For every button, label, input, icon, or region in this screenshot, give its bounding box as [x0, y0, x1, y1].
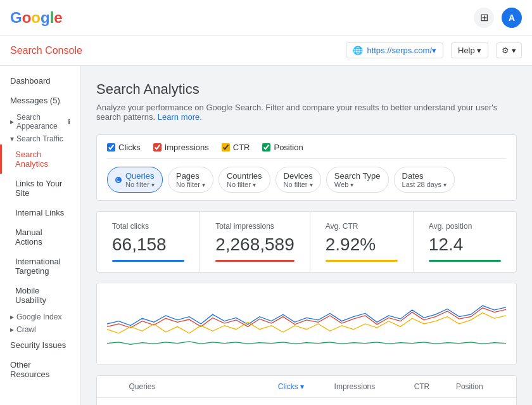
stat-position-bar: [429, 260, 501, 262]
dimension-tabs: Queries No filter ▾ Pages No filter ▾ Co…: [107, 167, 506, 193]
header-right: 🌐 https://serps.com/ ▾ Help ▾ ⚙ ▾: [346, 42, 522, 58]
stat-ctr-value: 2.92%: [326, 235, 398, 255]
th-impressions[interactable]: Impressions: [312, 376, 383, 398]
top-right-icons: ⊞ A: [474, 8, 522, 28]
th-queries[interactable]: Queries: [121, 376, 259, 398]
th-ctr[interactable]: CTR: [383, 376, 437, 398]
page-subtitle: Analyze your performance on Google Searc…: [96, 103, 517, 122]
sidebar-item-manual-actions[interactable]: Manual Actions: [0, 222, 80, 252]
table-body: 1 serps ↗ 2,674 8,388 31.88% 2.4 >> 2 se…: [97, 398, 516, 406]
radio-dot: [115, 177, 122, 183]
dim-tab-dates[interactable]: Dates Last 28 days ▾: [394, 167, 455, 193]
app-title: Search Console: [10, 45, 82, 56]
dim-filter-queries: No filter ▾: [125, 181, 155, 188]
dim-label-searchtype: Search Type: [334, 171, 381, 181]
stat-ctr: Avg. CTR 2.92%: [310, 212, 414, 272]
stat-clicks-value: 66,158: [112, 235, 184, 255]
sidebar-item-internal-links[interactable]: Internal Links: [0, 203, 80, 222]
table-header-row: Queries Clicks ▾ Impressions CTR Positio…: [97, 376, 516, 398]
globe-icon: 🌐: [353, 46, 363, 55]
dim-filter-pages: No filter ▾: [176, 181, 205, 188]
learn-more-link[interactable]: Learn more.: [158, 112, 202, 122]
page-title: Search Analytics: [96, 81, 517, 98]
row-nav[interactable]: >>: [491, 398, 516, 406]
dim-tab-pages[interactable]: Pages No filter ▾: [168, 167, 213, 193]
google-logo: Google: [10, 9, 63, 27]
url-selector[interactable]: 🌐 https://serps.com/ ▾: [346, 42, 443, 58]
caret-icon: ▸: [10, 117, 14, 126]
dim-label-queries: Queries: [125, 171, 155, 181]
stat-ctr-bar: [326, 260, 398, 262]
sidebar-item-mobile[interactable]: Mobile Usability: [0, 281, 80, 310]
sidebar-item-other[interactable]: Other Resources: [0, 355, 80, 384]
dim-tab-searchtype[interactable]: Search Type Web ▾: [326, 167, 389, 193]
main-content: Search Analytics Analyze your performanc…: [81, 66, 532, 405]
line-chart: [107, 293, 506, 354]
url-text: https://serps.com/: [367, 46, 432, 55]
th-num: [97, 376, 121, 398]
stat-clicks-bar: [112, 260, 184, 262]
filter-bar: Clicks Impressions CTR Position Queries: [96, 134, 517, 201]
stat-impressions-bar: [215, 260, 294, 262]
settings-icon: ⚙: [502, 46, 509, 55]
data-table: Queries Clicks ▾ Impressions CTR Positio…: [97, 376, 516, 405]
th-position[interactable]: Position: [437, 376, 490, 398]
stat-impressions: Total impressions 2,268,589: [200, 212, 310, 272]
checkbox-clicks[interactable]: Clicks: [107, 143, 141, 152]
settings-button[interactable]: ⚙ ▾: [496, 42, 522, 58]
th-nav: [491, 376, 516, 398]
checkbox-position[interactable]: Position: [262, 143, 303, 152]
dim-tab-devices[interactable]: Devices No filter ▾: [276, 167, 321, 193]
sidebar-item-dashboard[interactable]: Dashboard: [0, 71, 80, 91]
row-impressions: 8,388: [312, 398, 383, 406]
checkbox-impressions[interactable]: Impressions: [153, 143, 209, 152]
sidebar-item-security[interactable]: Security Issues: [0, 335, 80, 355]
top-bar: Google ⊞ A: [0, 0, 532, 35]
checkbox-ctr[interactable]: CTR: [222, 143, 250, 152]
sidebar-item-international[interactable]: International Targeting: [0, 252, 80, 281]
sidebar-item-messages[interactable]: Messages (5): [0, 91, 80, 110]
logo-g: G: [10, 9, 22, 27]
checkboxes-row: Clicks Impressions CTR Position: [107, 143, 506, 159]
sidebar-section-search-traffic[interactable]: ▾ Search Traffic: [0, 132, 80, 145]
dim-label-countries: Countries: [227, 171, 262, 181]
sidebar: Dashboard Messages (5) ▸ Search Appearan…: [0, 66, 81, 405]
sidebar-section-crawl[interactable]: ▸ Crawl: [0, 323, 80, 335]
stat-position-label: Avg. position: [429, 222, 501, 231]
avatar[interactable]: A: [502, 8, 522, 28]
sidebar-section-search-appearance[interactable]: ▸ Search Appearance ℹ: [0, 110, 80, 132]
stat-ctr-label: Avg. CTR: [326, 222, 398, 231]
dim-filter-countries: No filter ▾: [227, 181, 262, 188]
layout: Dashboard Messages (5) ▸ Search Appearan…: [0, 66, 532, 405]
stat-clicks: Total clicks 66,158: [97, 212, 200, 272]
dim-tab-countries[interactable]: Countries No filter ▾: [218, 167, 270, 193]
dim-label-devices: Devices: [284, 171, 313, 181]
sidebar-item-links[interactable]: Links to Your Site: [0, 174, 80, 203]
help-button[interactable]: Help ▾: [451, 42, 488, 58]
dim-label-pages: Pages: [176, 171, 200, 181]
apps-icon[interactable]: ⊞: [474, 8, 494, 28]
row-num: 1: [97, 398, 121, 406]
dim-tab-queries[interactable]: Queries No filter ▾: [107, 167, 163, 193]
data-table-container: Queries Clicks ▾ Impressions CTR Positio…: [96, 375, 517, 405]
table-row: 1 serps ↗ 2,674 8,388 31.88% 2.4 >>: [97, 398, 516, 406]
caret-right-icon-2: ▸: [10, 325, 14, 334]
caret-right-icon: ▸: [10, 312, 14, 321]
stats-row: Total clicks 66,158 Total impressions 2,…: [96, 211, 517, 273]
dim-filter-devices: No filter ▾: [284, 181, 313, 188]
caret-down-icon: ▾: [10, 134, 14, 143]
app-header: Search Console 🌐 https://serps.com/ ▾ He…: [0, 35, 532, 66]
stat-position: Avg. position 12.4: [414, 212, 516, 272]
stat-impressions-value: 2,268,589: [215, 235, 294, 255]
row-ctr: 31.88%: [383, 398, 437, 406]
dim-label-dates: Dates: [402, 171, 424, 181]
th-clicks[interactable]: Clicks ▾: [260, 376, 312, 398]
stat-clicks-label: Total clicks: [112, 222, 184, 231]
sidebar-section-google-index[interactable]: ▸ Google Index: [0, 310, 80, 323]
dim-filter-dates: Last 28 days ▾: [402, 181, 446, 188]
info-icon: ℹ: [68, 118, 70, 126]
row-position: 2.4: [437, 398, 490, 406]
dim-filter-searchtype: Web ▾: [334, 181, 381, 188]
sidebar-item-search-analytics[interactable]: Search Analytics: [0, 145, 80, 174]
row-query: serps ↗: [121, 398, 259, 406]
